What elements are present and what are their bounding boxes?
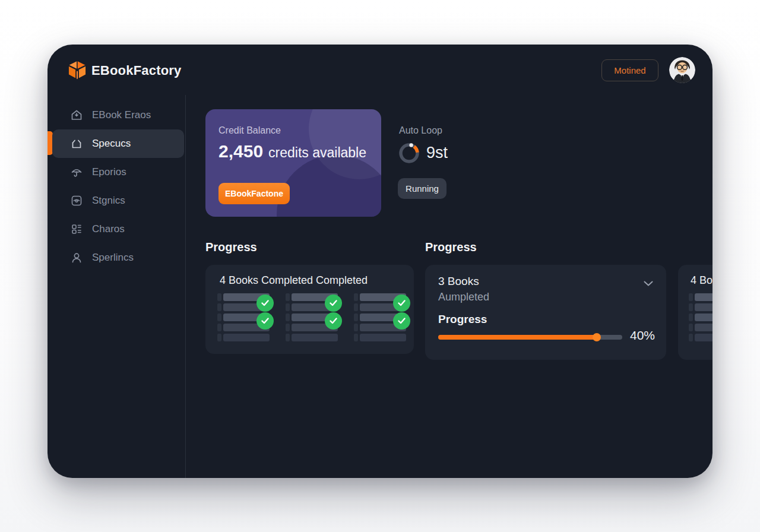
book-spine-row <box>354 334 406 341</box>
auto-loop-value: 9st <box>426 144 448 162</box>
progress-bar-label: Progress <box>438 313 487 326</box>
book-spine-tab <box>689 334 693 341</box>
book-spine-row <box>689 334 712 341</box>
book-spine-bar <box>360 334 406 341</box>
check-circle-icon <box>325 294 342 312</box>
book-spine-bar <box>695 314 712 321</box>
app-title: EBookFactory <box>91 63 182 78</box>
progress-heading-right: Progress <box>425 240 477 254</box>
progress-card-title: 3 Books <box>438 275 479 288</box>
book-spine-bar <box>695 293 712 301</box>
credit-balance-label: Credit Balance <box>218 125 281 136</box>
credit-amount: 2,450 <box>218 141 263 162</box>
app-window: EBookFactory Motined EBook Eraos <box>48 45 712 478</box>
progress-heading-left: Progress <box>205 240 257 254</box>
book-spine-bar <box>695 334 712 341</box>
book-spine-tab <box>217 334 221 341</box>
book-stack-columns <box>689 293 712 344</box>
book-spine-bar <box>223 334 270 341</box>
book-spine-tab <box>286 324 290 331</box>
book-spine-tab <box>689 324 693 331</box>
book-stack-columns <box>217 293 406 344</box>
umbrella-icon <box>70 166 83 179</box>
eye-badge-icon <box>70 194 83 207</box>
sidebar-item-charos[interactable]: Charos <box>52 215 184 243</box>
book-spine-tab <box>286 293 290 301</box>
book-spine-tab <box>217 293 221 301</box>
book-spine-row <box>286 334 338 341</box>
open-box-icon <box>70 137 83 150</box>
sidebar-item-eporios[interactable]: Eporios <box>52 158 184 186</box>
clipped-books-card: 4 Books <box>678 265 712 360</box>
book-stack-column <box>689 293 712 344</box>
credit-amount-line: 2,450 credits available <box>218 141 366 162</box>
sidebar-item-specucs[interactable]: Specucs <box>52 129 184 158</box>
book-spine-bar <box>695 324 712 331</box>
book-spine-bar <box>695 303 712 311</box>
sidebar-item-label: Charos <box>92 223 125 235</box>
check-circle-icon <box>256 312 274 330</box>
sidebar-divider <box>185 95 186 478</box>
check-circle-icon <box>325 312 342 330</box>
book-spine-tab <box>689 314 693 321</box>
books-completed-title: 4 Books Completed Completed <box>220 274 368 287</box>
book-spine-tab <box>689 293 693 301</box>
book-spine-row <box>689 293 712 301</box>
book-stack-column <box>217 293 270 344</box>
progress-card-subtitle: Aumpleted <box>438 291 489 303</box>
book-spine-tab <box>354 293 358 301</box>
books-completed-card: 4 Books Completed Completed <box>205 265 414 354</box>
sidebar-item-ebook-eraos[interactable]: EBook Eraos <box>52 101 184 129</box>
user-avatar[interactable] <box>669 57 695 83</box>
book-spine-tab <box>354 324 358 331</box>
check-circle-icon <box>393 294 410 312</box>
chevron-down-icon[interactable] <box>644 278 653 289</box>
sidebar-item-sperlincs[interactable]: Sperlincs <box>52 243 184 272</box>
book-spine-tab <box>354 314 358 321</box>
app-logo-icon <box>66 59 88 82</box>
loop-spinner-icon <box>398 142 420 164</box>
sidebar-item-stgnics[interactable]: Stgnics <box>52 186 184 215</box>
book-spine-row <box>689 324 712 331</box>
book-spine-row <box>217 334 270 341</box>
progress-bar-fill <box>438 335 597 340</box>
sidebar-item-label: EBook Eraos <box>92 109 151 121</box>
book-spine-tab <box>286 303 290 311</box>
book-spine-tab <box>217 324 221 331</box>
sidebar-item-label: Sperlincs <box>92 252 134 264</box>
user-icon <box>70 251 83 264</box>
book-spine-tab <box>354 334 358 341</box>
status-badge: Running <box>398 178 446 199</box>
book-spine-tab <box>354 303 358 311</box>
progress-bar-track[interactable] <box>438 335 622 340</box>
credit-amount-suffix: credits available <box>268 145 366 161</box>
book-stack-column <box>354 293 406 344</box>
sidebar-item-label: Eporios <box>92 166 126 178</box>
book-spine-row <box>689 314 712 321</box>
progress-percent: 40% <box>630 328 655 343</box>
header-action-button[interactable]: Motined <box>601 59 658 81</box>
home-icon <box>70 109 83 122</box>
book-stack-column <box>286 293 338 344</box>
auto-loop-label: Auto Loop <box>399 125 442 136</box>
check-circle-icon <box>393 312 410 330</box>
book-spine-tab <box>217 314 221 321</box>
book-spine-tab <box>286 314 290 321</box>
progress-detail-card: 3 Books Aumpleted Progress 40% <box>425 265 666 360</box>
progress-bar-knob[interactable] <box>593 333 601 341</box>
clipped-card-title: 4 Books <box>691 274 712 287</box>
check-circle-icon <box>256 294 274 312</box>
sidebar-item-label: Stgnics <box>92 195 125 207</box>
book-spine-tab <box>689 303 693 311</box>
book-spine-tab <box>286 334 290 341</box>
sidebar-item-label: Specucs <box>92 138 131 150</box>
book-spine-row <box>689 303 712 311</box>
layout-icon <box>70 223 83 236</box>
book-spine-bar <box>292 334 338 341</box>
credit-card-button[interactable]: EBookFactone <box>218 183 290 204</box>
book-spine-tab <box>217 303 221 311</box>
sidebar: EBook Eraos Specucs Eporios <box>48 101 185 272</box>
credit-balance-card: Credit Balance 2,450 credits available E… <box>205 109 381 217</box>
